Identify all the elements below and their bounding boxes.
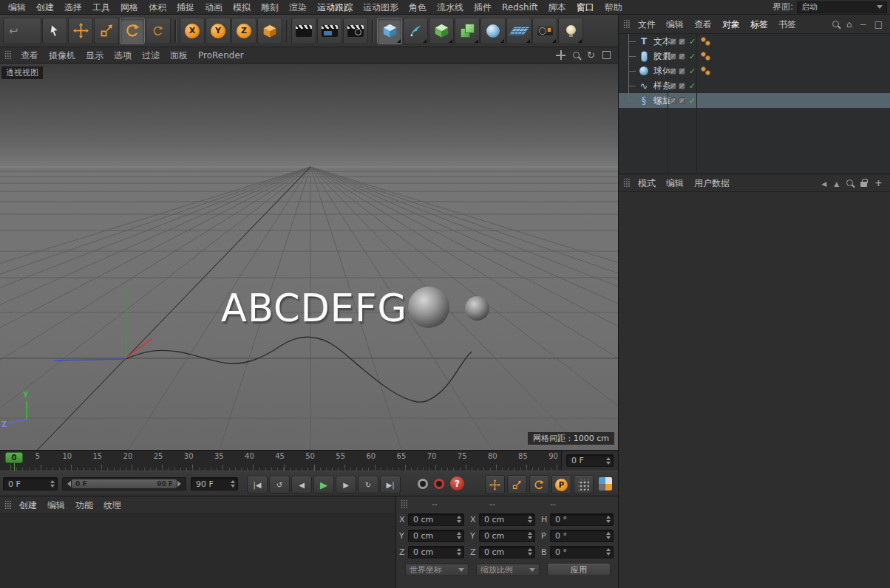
editor-visibility-toggle[interactable] [670, 38, 676, 45]
undo-button[interactable] [3, 18, 41, 44]
menu-item[interactable]: 显示 [81, 47, 109, 64]
rotate-tool-button[interactable] [120, 18, 145, 44]
key-rotation-button[interactable] [529, 475, 549, 494]
menu-item[interactable]: 标签 [745, 16, 773, 33]
menu-item[interactable]: 雕刻 [256, 0, 284, 15]
record-keyframe-button[interactable] [418, 479, 428, 489]
collapse-icon[interactable] [860, 19, 867, 30]
search-icon[interactable] [832, 21, 839, 27]
history-back-icon[interactable] [821, 178, 826, 188]
menu-item[interactable]: 过滤 [137, 47, 165, 64]
render-visibility-toggle[interactable] [679, 53, 685, 60]
search-icon[interactable] [846, 180, 853, 186]
object-name[interactable]: 文本 [653, 35, 671, 48]
menu-item[interactable]: 窗口 [571, 0, 599, 15]
enabled-check-icon[interactable] [689, 51, 696, 61]
menu-item[interactable]: 功能 [70, 496, 98, 514]
visibility-dots-icon[interactable] [701, 37, 710, 47]
object-row[interactable]: 胶囊 [619, 49, 890, 64]
scale-tool-button[interactable] [94, 18, 119, 44]
menu-item[interactable]: 脚本 [543, 0, 571, 15]
transport-button[interactable]: ◀ [291, 476, 312, 493]
menu-item[interactable]: 动画 [200, 0, 228, 15]
spinner[interactable] [524, 548, 532, 555]
enabled-check-icon[interactable] [689, 95, 696, 106]
menu-item[interactable]: 编辑 [3, 0, 31, 15]
object-row[interactable]: 球体 [619, 64, 890, 78]
menu-item[interactable]: 面板 [165, 47, 193, 64]
object-name[interactable]: 球体 [653, 65, 671, 78]
menu-item[interactable]: ProRender [193, 47, 249, 64]
pan-view-icon[interactable] [556, 50, 565, 60]
transport-button[interactable]: ▶ [313, 476, 334, 493]
attribute-body[interactable] [619, 192, 890, 588]
camera-button[interactable] [532, 18, 557, 44]
sphere-object-small[interactable] [465, 296, 489, 321]
menu-item[interactable]: 运动图形 [358, 0, 404, 15]
transport-button[interactable]: |◀ [247, 476, 268, 493]
spinner[interactable] [602, 548, 611, 555]
rotation-field[interactable]: 0 ° [550, 513, 614, 526]
menu-item[interactable]: 选项 [109, 47, 137, 64]
lock-z-axis-button[interactable]: Z [231, 18, 257, 44]
perspective-viewport[interactable]: Y Z 透视视图 ABCDEFG 网格间距 : 1000 cm [0, 64, 618, 450]
position-field[interactable]: 0 cm [408, 530, 464, 542]
spinner[interactable] [524, 516, 532, 523]
lock-icon[interactable] [860, 182, 867, 187]
menu-item[interactable]: Redshift [497, 0, 543, 15]
home-icon[interactable] [846, 19, 852, 30]
keyframe-help-button[interactable]: ? [450, 476, 464, 490]
menu-item[interactable]: 纹理 [98, 496, 126, 514]
maximize-view-icon[interactable] [602, 51, 611, 59]
menu-item[interactable]: 编辑 [661, 174, 689, 192]
spinner[interactable] [524, 532, 532, 539]
spinner[interactable] [602, 532, 611, 539]
end-frame-field[interactable]: 90 F [191, 477, 238, 490]
object-name[interactable]: 样条 [653, 80, 671, 92]
autokey-button[interactable] [434, 479, 444, 489]
sphere-object-large[interactable] [408, 287, 449, 328]
enabled-check-icon[interactable] [689, 36, 696, 47]
floor-button[interactable] [506, 18, 531, 44]
rotate-view-icon[interactable] [587, 49, 595, 61]
size-field[interactable]: 0 cm [479, 513, 535, 526]
visibility-dots-icon[interactable] [701, 52, 710, 61]
text-3d-object[interactable]: ABCDEFG [221, 290, 407, 327]
editor-visibility-toggle[interactable] [670, 83, 676, 89]
object-row[interactable]: 螺旋 [619, 93, 890, 108]
object-name[interactable]: 螺旋 [653, 95, 671, 107]
key-position-button[interactable] [485, 475, 505, 494]
menu-item[interactable]: 运动跟踪 [312, 0, 358, 15]
transport-button[interactable]: ▶ [336, 476, 356, 493]
volume-button[interactable] [480, 18, 506, 44]
spinner[interactable] [47, 480, 55, 488]
menu-item[interactable]: 角色 [404, 0, 432, 15]
menu-item[interactable]: 编辑 [661, 16, 689, 33]
timeline-scrub-area[interactable]: 51015202530354045505560657075808590 0 [0, 451, 562, 471]
editor-visibility-toggle[interactable] [670, 68, 676, 75]
key-scale-button[interactable] [507, 475, 527, 494]
spinner[interactable] [453, 548, 461, 555]
menu-item[interactable]: 查看 [16, 47, 44, 64]
zoom-view-icon[interactable] [573, 52, 580, 58]
spinner[interactable] [227, 480, 235, 488]
range-bar[interactable]: 0 F 90 F [72, 479, 177, 488]
editor-visibility-toggle[interactable] [670, 98, 676, 104]
object-name[interactable]: 胶囊 [653, 50, 671, 63]
render-view-button[interactable] [291, 18, 316, 44]
transport-button[interactable]: ↺ [269, 476, 290, 493]
filter-icon[interactable] [834, 178, 839, 188]
menu-item[interactable]: 编辑 [42, 496, 70, 514]
render-picture-viewer-button[interactable] [317, 18, 342, 44]
transport-button[interactable]: ▶| [380, 476, 401, 493]
render-visibility-toggle[interactable] [679, 38, 685, 45]
spinner[interactable] [602, 516, 611, 523]
render-settings-button[interactable] [343, 18, 368, 44]
object-row[interactable]: 文本 [619, 34, 890, 49]
menu-item[interactable]: 对象 [717, 16, 745, 33]
menu-item[interactable]: 创建 [14, 496, 42, 514]
interface-dropdown[interactable]: 启动 [797, 1, 887, 13]
lock-x-axis-button[interactable]: X [180, 18, 205, 44]
menu-item[interactable]: 用户数据 [689, 174, 735, 192]
size-field[interactable]: 0 cm [479, 530, 535, 542]
